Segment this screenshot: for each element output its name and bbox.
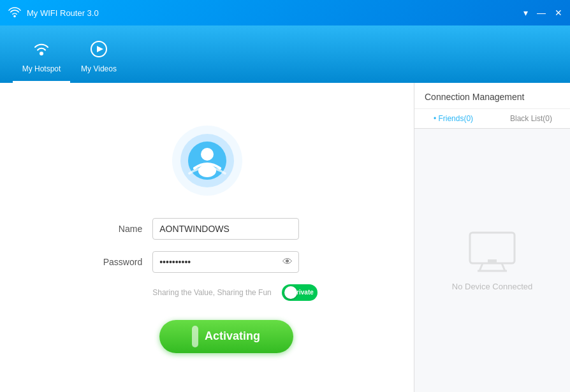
hotspot-logo [169, 122, 245, 199]
tab-blacklist[interactable]: Black List(0) [492, 109, 570, 128]
svg-marker-3 [97, 46, 103, 52]
svg-rect-13 [488, 259, 497, 263]
minimize-icon[interactable]: ▾ [523, 8, 528, 17]
play-icon [90, 40, 108, 61]
sharing-text: Sharing the Value, Sharing the Fun [152, 288, 272, 297]
restore-icon[interactable]: — [537, 8, 546, 17]
svg-point-7 [201, 148, 214, 161]
wifi-icon [32, 40, 51, 61]
app-icon [8, 6, 22, 20]
name-label: Name [96, 224, 142, 234]
title-bar-controls: ▾ — ✕ [523, 8, 562, 17]
no-device-area: No Device Connected [414, 129, 570, 392]
svg-point-0 [13, 15, 16, 18]
toggle-wrapper: Private [282, 284, 318, 301]
activate-button[interactable]: Activating [159, 320, 293, 353]
form-area: Name Password 👁 Sharing the Value, Shari… [96, 218, 318, 301]
title-bar-left: My WIFI Router 3.0 [8, 6, 99, 20]
right-panel: Connection Management Friends(0) Black L… [414, 83, 570, 392]
password-label: Password [96, 257, 142, 267]
nav-bar: My Hotspot My Videos [0, 25, 570, 83]
close-icon[interactable]: ✕ [555, 8, 562, 17]
tab-my-videos[interactable]: My Videos [70, 32, 128, 83]
private-toggle[interactable]: Private [282, 284, 318, 301]
svg-line-10 [479, 263, 483, 271]
tab-friends[interactable]: Friends(0) [414, 109, 492, 128]
tab-my-videos-label: My Videos [81, 64, 117, 73]
svg-rect-9 [470, 233, 515, 263]
name-row: Name [96, 218, 299, 240]
eye-icon[interactable]: 👁 [282, 256, 293, 268]
password-wrapper: 👁 [152, 251, 299, 273]
password-row: Password 👁 [96, 251, 299, 273]
activate-indicator [192, 326, 198, 347]
main-container: Name Password 👁 Sharing the Value, Shari… [0, 83, 570, 392]
title-bar: My WIFI Router 3.0 ▾ — ✕ [0, 0, 570, 25]
svg-line-11 [502, 263, 505, 271]
left-panel: Name Password 👁 Sharing the Value, Shari… [0, 83, 414, 392]
toggle-knob [284, 286, 297, 299]
activate-label: Activating [205, 330, 260, 343]
no-device-text: No Device Connected [452, 282, 532, 291]
app-title: My WIFI Router 3.0 [27, 8, 99, 18]
tab-my-hotspot-label: My Hotspot [22, 64, 61, 73]
tab-blacklist-label: Black List(0) [510, 114, 552, 123]
conn-tabs: Friends(0) Black List(0) [414, 109, 570, 129]
tab-friends-label: Friends(0) [438, 114, 473, 123]
conn-mgmt-title: Connection Management [414, 83, 570, 109]
monitor-icon [467, 229, 518, 274]
sharing-row: Sharing the Value, Sharing the Fun Priva… [96, 284, 318, 301]
svg-point-1 [40, 52, 43, 55]
name-input[interactable] [152, 218, 299, 240]
password-input[interactable] [152, 251, 299, 273]
svg-point-8 [198, 164, 216, 177]
tab-my-hotspot[interactable]: My Hotspot [13, 32, 70, 83]
